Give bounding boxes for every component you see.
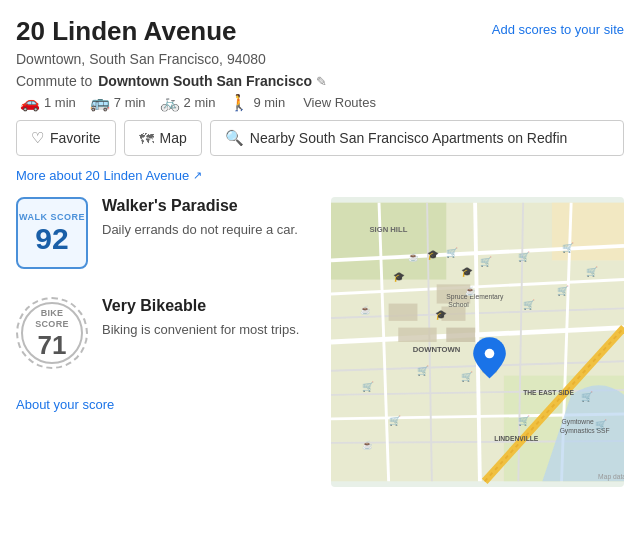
bike-score-value: 71 [38, 332, 67, 358]
walk-icon: 🚶 [229, 93, 249, 112]
bike-time: 2 min [184, 95, 216, 110]
transit-icon: 🚌 [90, 93, 110, 112]
heart-icon: ♡ [31, 129, 44, 147]
nearby-label: Nearby South San Francisco Apartments on… [250, 130, 568, 146]
svg-text:🛒: 🛒 [480, 256, 492, 268]
svg-text:☕: ☕ [362, 439, 373, 451]
map-label: Map [160, 130, 187, 146]
external-link-icon: ↗ [193, 169, 202, 182]
favorite-button[interactable]: ♡ Favorite [16, 120, 116, 156]
commute-destination: Downtown South San Francisco [98, 73, 312, 89]
svg-text:Gymtowne: Gymtowne [562, 418, 594, 426]
svg-text:THE EAST SIDE: THE EAST SIDE [523, 389, 574, 396]
svg-text:🛒: 🛒 [586, 266, 598, 278]
walk-time: 9 min [253, 95, 285, 110]
bike-score-info: Very Bikeable Biking is convenient for m… [102, 297, 299, 340]
commute-row: Commute to Downtown South San Francisco … [16, 73, 624, 112]
favorite-label: Favorite [50, 130, 101, 146]
map-icon: 🗺 [139, 130, 154, 147]
car-time: 1 min [44, 95, 76, 110]
walk-score-value: 92 [35, 224, 68, 254]
svg-text:Map data: Map data [598, 473, 624, 481]
more-about-label: More about 20 Linden Avenue [16, 168, 189, 183]
map-container[interactable]: SIGN HILL Spruce Elementary School DOWNT… [331, 197, 624, 487]
bike-score-title: Very Bikeable [102, 297, 299, 315]
commute-bike: 🚲 2 min [160, 93, 216, 112]
more-about-link[interactable]: More about 20 Linden Avenue ↗ [16, 168, 624, 183]
main-content: Walk Score 92 Walker's Paradise Daily er… [16, 197, 624, 487]
commute-modes: 🚗 1 min 🚌 7 min 🚲 2 min 🚶 9 min View Rou… [20, 93, 376, 112]
svg-text:🛒: 🛒 [417, 365, 429, 377]
svg-text:🛒: 🛒 [518, 251, 530, 263]
svg-text:🛒: 🛒 [389, 415, 401, 427]
svg-rect-23 [446, 328, 475, 342]
svg-text:🛒: 🛒 [518, 415, 530, 427]
walk-score-badge: Walk Score 92 [16, 197, 88, 269]
walk-score-title: Walker's Paradise [102, 197, 298, 215]
walk-score-info: Walker's Paradise Daily errands do not r… [102, 197, 298, 240]
svg-text:SIGN HILL: SIGN HILL [369, 225, 407, 234]
svg-text:☕: ☕ [465, 285, 476, 297]
walk-score-description: Daily errands do not require a car. [102, 220, 298, 240]
svg-text:🛒: 🛒 [595, 419, 607, 431]
commute-transit: 🚌 7 min [90, 93, 146, 112]
svg-text:☕: ☕ [408, 251, 419, 263]
about-score-link[interactable]: About your score [16, 397, 319, 428]
add-scores-link[interactable]: Add scores to your site [492, 22, 624, 37]
commute-to-label: Commute to [16, 73, 92, 89]
bike-score-badge: Bike Score 71 [21, 302, 83, 364]
transit-time: 7 min [114, 95, 146, 110]
edit-icon[interactable]: ✎ [316, 74, 327, 89]
svg-text:LINDENVILLE: LINDENVILLE [494, 435, 539, 442]
svg-rect-20 [389, 304, 418, 321]
svg-text:🛒: 🛒 [362, 381, 374, 393]
walk-score-label: Walk Score [19, 213, 85, 222]
svg-text:🛒: 🛒 [581, 391, 593, 403]
commute-car: 🚗 1 min [20, 93, 76, 112]
svg-text:🛒: 🛒 [562, 242, 574, 254]
map-panel: SIGN HILL Spruce Elementary School DOWNT… [331, 197, 624, 487]
svg-text:🛒: 🛒 [523, 299, 535, 311]
map-button[interactable]: 🗺 Map [124, 120, 202, 156]
page-title: 20 Linden Avenue [16, 16, 237, 47]
svg-rect-22 [398, 328, 436, 342]
bike-score-description: Biking is convenient for most trips. [102, 320, 299, 340]
svg-text:DOWNTOWN: DOWNTOWN [413, 345, 461, 354]
view-routes-link[interactable]: View Routes [303, 95, 376, 110]
svg-text:🎓: 🎓 [461, 266, 473, 278]
bike-score-section: Bike Score 71 Very Bikeable Biking is co… [16, 297, 319, 369]
bike-icon: 🚲 [160, 93, 180, 112]
svg-text:🎓: 🎓 [435, 309, 447, 321]
car-icon: 🚗 [20, 93, 40, 112]
svg-text:☕: ☕ [360, 304, 371, 316]
commute-walk: 🚶 9 min [229, 93, 285, 112]
svg-point-55 [485, 349, 495, 359]
svg-text:School: School [448, 301, 469, 308]
search-icon: 🔍 [225, 129, 244, 147]
bike-score-label: Bike Score [23, 308, 81, 330]
walk-score-section: Walk Score 92 Walker's Paradise Daily er… [16, 197, 319, 269]
scores-panel: Walk Score 92 Walker's Paradise Daily er… [16, 197, 331, 487]
svg-text:🛒: 🛒 [446, 247, 458, 259]
nearby-button[interactable]: 🔍 Nearby South San Francisco Apartments … [210, 120, 624, 156]
action-buttons: ♡ Favorite 🗺 Map 🔍 Nearby South San Fran… [16, 120, 624, 156]
svg-text:🎓: 🎓 [427, 249, 439, 261]
map-svg: SIGN HILL Spruce Elementary School DOWNT… [331, 197, 624, 487]
svg-text:🛒: 🛒 [461, 371, 473, 383]
bike-score-badge-outer: Bike Score 71 [16, 297, 88, 369]
address-subtitle: Downtown, South San Francisco, 94080 [16, 51, 624, 67]
svg-text:🛒: 🛒 [557, 285, 569, 297]
svg-text:🎓: 🎓 [393, 271, 405, 283]
